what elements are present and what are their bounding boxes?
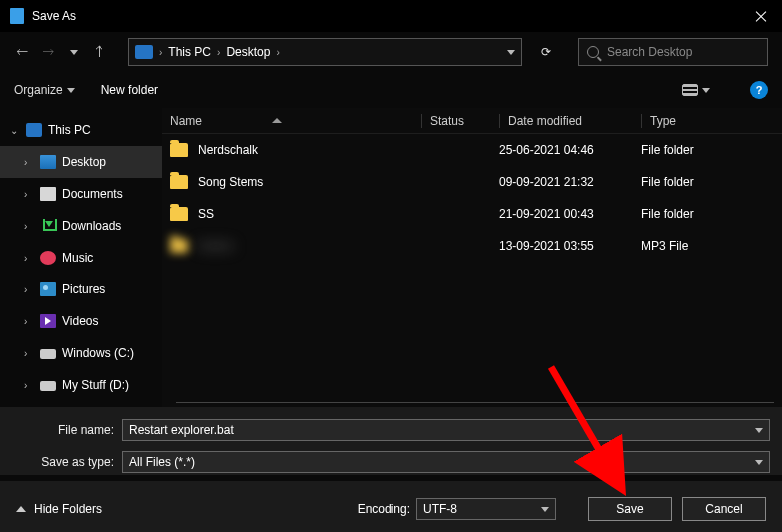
document-icon	[40, 187, 56, 201]
up-button[interactable]: 🡑	[92, 44, 108, 60]
window-title: Save As	[32, 9, 754, 23]
videos-icon	[40, 314, 56, 328]
chevron-down-icon	[541, 507, 549, 512]
file-date: 21-09-2021 00:43	[499, 207, 641, 221]
file-name: Nerdschalk	[198, 143, 421, 157]
sidebar-item-pictures[interactable]: › Pictures	[0, 273, 162, 305]
chevron-down-icon[interactable]: ⌄	[10, 125, 20, 136]
sidebar-item-music[interactable]: › Music	[0, 242, 162, 273]
encoding-select[interactable]: UTF-8	[416, 498, 556, 520]
search-input[interactable]: Search Desktop	[578, 38, 768, 66]
chevron-right-icon[interactable]: ›	[24, 253, 34, 264]
column-header-type[interactable]: Type	[641, 114, 782, 128]
table-row[interactable]: hidden 13-09-2021 03:55 MP3 File	[162, 230, 782, 262]
download-icon	[40, 219, 56, 233]
sidebar-item-downloads[interactable]: › Downloads	[0, 210, 162, 242]
back-button[interactable]: 🡐	[14, 45, 30, 59]
forward-button[interactable]: 🡒	[40, 45, 56, 59]
file-date: 25-06-2021 04:46	[499, 143, 641, 157]
help-button[interactable]: ?	[750, 81, 768, 99]
chevron-right-icon[interactable]: ›	[24, 189, 34, 200]
drive-icon	[40, 381, 56, 391]
divider	[176, 402, 774, 403]
organize-button[interactable]: Organize	[14, 83, 75, 97]
chevron-down-icon[interactable]	[755, 460, 763, 465]
sidebar-item-this-pc[interactable]: ⌄ This PC	[0, 114, 162, 146]
file-date: 09-09-2021 21:32	[499, 175, 641, 189]
sidebar-item-documents[interactable]: › Documents	[0, 178, 162, 210]
column-header-status[interactable]: Status	[421, 114, 499, 128]
table-row[interactable]: Nerdschalk 25-06-2021 04:46 File folder	[162, 134, 782, 166]
music-icon	[40, 251, 56, 265]
chevron-down-icon[interactable]	[507, 50, 515, 55]
sidebar-item-label: Videos	[62, 314, 98, 328]
app-icon	[10, 8, 24, 24]
folder-icon	[170, 207, 188, 221]
save-as-type-value: All Files (*.*)	[129, 455, 195, 469]
chevron-right-icon: ›	[276, 47, 279, 58]
title-bar: Save As	[0, 0, 782, 32]
file-type: MP3 File	[641, 239, 782, 253]
close-icon[interactable]	[754, 9, 768, 23]
file-name: hidden	[198, 239, 421, 253]
sidebar-item-label: Desktop	[62, 155, 106, 169]
pc-icon	[26, 123, 42, 137]
file-type: File folder	[641, 143, 782, 157]
drive-icon	[40, 349, 56, 359]
column-headers: Name Status Date modified Type	[162, 108, 782, 134]
chevron-right-icon[interactable]: ›	[24, 221, 34, 232]
folder-icon	[170, 175, 188, 189]
footer: Hide Folders Encoding: UTF-8 Save Cancel	[0, 481, 782, 532]
file-name: SS	[198, 207, 421, 221]
file-name-label: File name:	[12, 423, 122, 437]
form-area: File name: Restart explorer.bat Save as …	[0, 407, 782, 475]
pictures-icon	[40, 282, 56, 296]
hide-folders-button[interactable]: Hide Folders	[16, 502, 102, 516]
refresh-button[interactable]: ⟳	[532, 45, 560, 59]
file-name-input[interactable]: Restart explorer.bat	[122, 419, 770, 441]
sidebar-item-videos[interactable]: › Videos	[0, 305, 162, 337]
cancel-button[interactable]: Cancel	[682, 497, 766, 521]
hide-folders-label: Hide Folders	[34, 502, 102, 516]
list-view-icon	[682, 84, 698, 96]
sidebar-item-drive-d[interactable]: › My Stuff (D:)	[0, 369, 162, 401]
save-button[interactable]: Save	[588, 497, 672, 521]
sidebar-item-label: Pictures	[62, 282, 105, 296]
folder-icon	[170, 143, 188, 157]
chevron-right-icon[interactable]: ›	[24, 380, 34, 391]
chevron-right-icon[interactable]: ›	[24, 316, 34, 327]
search-icon	[587, 46, 599, 58]
chevron-right-icon[interactable]: ›	[24, 348, 34, 359]
chevron-right-icon: ›	[217, 47, 220, 58]
recent-locations-button[interactable]	[66, 45, 82, 59]
view-options-button[interactable]	[682, 84, 710, 96]
organize-label: Organize	[14, 83, 63, 97]
sidebar-item-label: My Stuff (D:)	[62, 378, 129, 392]
chevron-right-icon[interactable]: ›	[24, 284, 34, 295]
chevron-down-icon	[70, 50, 78, 55]
breadcrumb-this-pc[interactable]: This PC	[168, 45, 211, 59]
toolbar: Organize New folder ?	[0, 72, 782, 108]
chevron-down-icon[interactable]	[755, 428, 763, 433]
sidebar-item-drive-c[interactable]: › Windows (C:)	[0, 337, 162, 369]
encoding-label: Encoding:	[358, 502, 410, 516]
column-header-name[interactable]: Name	[170, 114, 421, 128]
chevron-right-icon[interactable]: ›	[24, 157, 34, 168]
column-header-date[interactable]: Date modified	[499, 114, 641, 128]
save-as-type-select[interactable]: All Files (*.*)	[122, 451, 770, 473]
file-name-value: Restart explorer.bat	[129, 423, 234, 437]
table-row[interactable]: SS 21-09-2021 00:43 File folder	[162, 198, 782, 230]
column-label: Name	[170, 114, 202, 128]
sidebar-item-label: Downloads	[62, 219, 121, 233]
sidebar-item-label: Windows (C:)	[62, 346, 134, 360]
sort-ascending-icon	[272, 118, 282, 123]
file-date: 13-09-2021 03:55	[499, 239, 641, 253]
address-bar[interactable]: › This PC › Desktop ›	[128, 38, 522, 66]
dialog-body: ⌄ This PC › Desktop › Documents › Downlo…	[0, 108, 782, 407]
chevron-down-icon	[67, 88, 75, 93]
table-row[interactable]: Song Stems 09-09-2021 21:32 File folder	[162, 166, 782, 198]
breadcrumb-desktop[interactable]: Desktop	[226, 45, 270, 59]
sidebar-item-label: Music	[62, 251, 93, 265]
sidebar-item-desktop[interactable]: › Desktop	[0, 146, 162, 178]
new-folder-button[interactable]: New folder	[101, 83, 158, 97]
